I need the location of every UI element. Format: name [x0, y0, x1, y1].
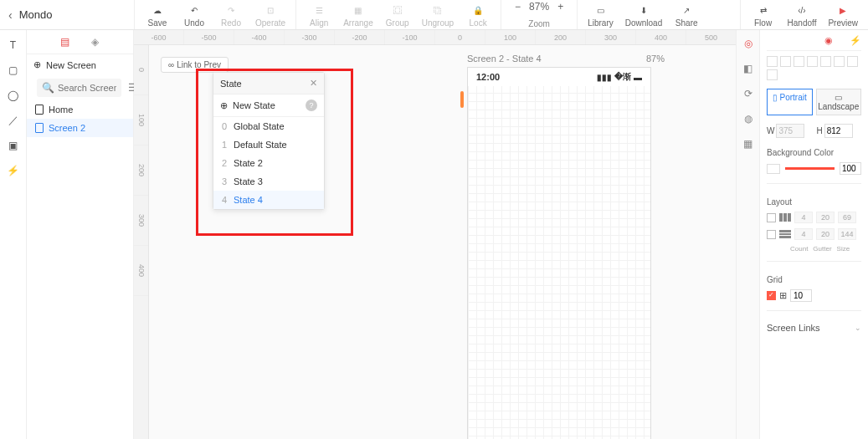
group-button[interactable]: ⿴Group: [385, 2, 410, 28]
group-icon: ⿴: [391, 3, 404, 17]
zoom-out-button[interactable]: −: [515, 1, 521, 13]
link-to-prev-button[interactable]: ∞Link to Prev: [161, 57, 229, 73]
grid-size-input[interactable]: [790, 289, 812, 302]
artboard[interactable]: 12:00 ▮▮▮�渐▬: [467, 67, 651, 439]
redo-icon: ↷: [224, 3, 238, 17]
flow-icon: ⇄: [757, 3, 770, 17]
rows-count[interactable]: [794, 228, 813, 240]
device-statusbar: 12:00 ▮▮▮�渐▬: [468, 68, 650, 86]
search-input-wrap[interactable]: 🔍: [37, 79, 121, 97]
distribute-h-icon[interactable]: [847, 56, 858, 67]
align-button[interactable]: ☰Align: [306, 2, 331, 28]
library-icon: ▭: [593, 3, 607, 17]
cols-count[interactable]: [794, 212, 813, 223]
rows-gutter[interactable]: [816, 228, 835, 240]
opacity-input[interactable]: [840, 162, 861, 175]
state-item-global[interactable]: 0Global State: [213, 117, 324, 135]
new-screen-button[interactable]: ⊕ New Screen: [27, 54, 133, 75]
top-toolbar: ‹ Mondo ☁Save ↶Undo ↷Redo ⊡Operate ☰Alig…: [0, 0, 868, 30]
cols-gutter[interactable]: [816, 212, 835, 223]
rows-icon: [779, 230, 791, 238]
library-button[interactable]: ▭Library: [588, 2, 614, 28]
close-icon[interactable]: ✕: [310, 78, 317, 89]
align-vcenter-icon[interactable]: [820, 56, 831, 67]
zoom-in-button[interactable]: +: [557, 1, 563, 13]
undo-button[interactable]: ↶Undo: [182, 2, 207, 28]
state-item-default[interactable]: 1Default State: [213, 135, 324, 154]
link-icon: ∞: [168, 60, 174, 69]
rows-size[interactable]: [838, 228, 856, 240]
align-right-icon[interactable]: [794, 56, 804, 67]
align-bottom-icon[interactable]: [834, 56, 845, 67]
distribute-v-icon[interactable]: [767, 69, 778, 80]
state-item-3[interactable]: 3State 3: [213, 172, 324, 191]
document-icon: [35, 123, 44, 133]
refresh-icon[interactable]: ⟳: [742, 87, 755, 100]
download-button[interactable]: ⬇Download: [625, 2, 662, 28]
new-state-button[interactable]: ⊕New State?: [213, 94, 324, 117]
wifi-icon: �渐: [614, 71, 631, 83]
artboard-height-indicator[interactable]: [460, 91, 464, 108]
state-item-2[interactable]: 2State 2: [213, 154, 324, 172]
inspector-tab[interactable]: ◉: [824, 35, 836, 47]
operate-button[interactable]: ⊡Operate: [255, 2, 285, 28]
align-hcenter-icon[interactable]: [780, 56, 791, 67]
screen-links-section[interactable]: Screen Links ⌄: [767, 319, 861, 336]
ungroup-button[interactable]: ⿻Ungroup: [422, 2, 454, 28]
image-tool[interactable]: ▣: [7, 139, 20, 152]
grid-checkbox[interactable]: [767, 291, 776, 300]
line-tool[interactable]: ／: [7, 114, 20, 127]
share-button[interactable]: ↗Share: [674, 2, 699, 28]
artboard-title: Screen 2 - State 4: [467, 54, 542, 64]
cols-size[interactable]: [838, 212, 856, 223]
circle-tool[interactable]: ◯: [7, 89, 20, 102]
cube-icon[interactable]: ◧: [742, 62, 755, 75]
preview-button[interactable]: ▶Preview: [828, 2, 858, 28]
text-tool[interactable]: T: [7, 38, 20, 52]
download-icon: ⬇: [637, 3, 650, 17]
opacity-slider[interactable]: [785, 167, 835, 170]
flow-button[interactable]: ⇄Flow: [751, 2, 776, 28]
grid-section-label: Grid: [767, 275, 861, 284]
portrait-button[interactable]: ▯ Portrait: [767, 89, 813, 115]
state-popup-title: State: [220, 79, 242, 89]
template-icon[interactable]: ▦: [742, 137, 755, 151]
columns-checkbox[interactable]: [767, 213, 776, 222]
undo-icon: ↶: [187, 3, 201, 17]
globe-icon[interactable]: ◍: [742, 112, 755, 125]
layout-section-label: Layout: [767, 197, 861, 207]
state-item-4[interactable]: 4State 4: [213, 191, 324, 209]
left-panel: ▤ ◈ ⊕ New Screen 🔍 ☰ ▦ Home Screen 2: [27, 30, 134, 439]
align-left-icon[interactable]: [767, 56, 778, 67]
help-icon[interactable]: ?: [306, 100, 317, 111]
right-rail: ◎ ◧ ⟳ ◍ ▦: [736, 30, 759, 439]
lock-button[interactable]: 🔒Lock: [465, 2, 490, 28]
state-popup: State✕ ⊕New State? 0Global State 1Defaul…: [213, 72, 325, 210]
lock-icon: 🔒: [471, 3, 485, 17]
redo-button[interactable]: ↷Redo: [218, 2, 244, 28]
rectangle-tool[interactable]: ▢: [7, 64, 20, 77]
search-input[interactable]: [58, 83, 116, 93]
landscape-button[interactable]: ▭ Landscape: [816, 89, 862, 115]
align-top-icon[interactable]: [807, 56, 818, 67]
project-title: Mondo: [19, 8, 53, 21]
chevron-down-icon: ⌄: [855, 324, 861, 332]
save-button[interactable]: ☁Save: [145, 2, 170, 28]
grid-icon: ⊞: [779, 290, 787, 301]
screen-item-screen2[interactable]: Screen 2: [27, 119, 133, 137]
layers-tab[interactable]: ◈: [89, 35, 102, 48]
rows-checkbox[interactable]: [767, 230, 776, 239]
interaction-tab[interactable]: ⚡: [850, 35, 861, 47]
bg-color-swatch[interactable]: [767, 164, 780, 174]
screens-tab[interactable]: ▤: [59, 35, 72, 48]
interaction-tool[interactable]: ⚡: [7, 164, 20, 177]
screen-item-home[interactable]: Home: [27, 100, 133, 119]
arrange-button[interactable]: ▦Arrange: [343, 2, 373, 28]
canvas[interactable]: -600-500-400-300-200-1000100200300400500…: [134, 30, 736, 439]
landscape-icon: ▭: [835, 93, 842, 102]
portrait-icon: ▯: [773, 93, 778, 102]
target-icon[interactable]: ◎: [742, 37, 755, 50]
back-button[interactable]: ‹: [8, 8, 13, 22]
handoff-button[interactable]: ‹/›Handoff: [788, 2, 817, 28]
height-input[interactable]: [824, 124, 853, 138]
